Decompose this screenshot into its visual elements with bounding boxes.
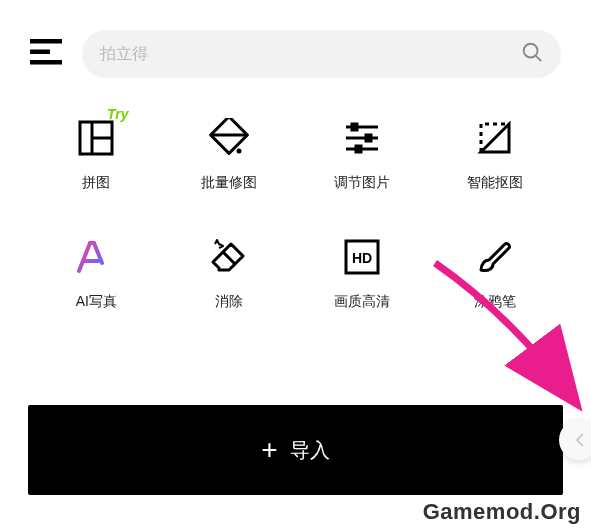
floating-side-button[interactable] — [559, 420, 591, 460]
eraser-icon — [209, 237, 249, 277]
svg-line-4 — [536, 56, 541, 61]
svg-rect-12 — [352, 124, 357, 130]
import-button[interactable]: + 导入 — [28, 405, 563, 495]
hd-icon: HD — [342, 237, 382, 277]
tile-label: 批量修图 — [201, 174, 257, 192]
tile-label: AI写真 — [76, 293, 117, 311]
tile-hd[interactable]: HD 画质高清 — [296, 237, 429, 311]
tile-label: 拼图 — [82, 174, 110, 192]
svg-rect-16 — [356, 146, 361, 152]
tile-label: 画质高清 — [334, 293, 390, 311]
tile-adjust[interactable]: 调节图片 — [296, 118, 429, 192]
tile-label: 消除 — [215, 293, 243, 311]
batch-edit-icon — [209, 118, 249, 158]
tile-brush[interactable]: 涂鸦笔 — [428, 237, 561, 311]
feature-grid: Try 拼图 批量修图 调节图片 — [0, 98, 591, 311]
tile-label: 调节图片 — [334, 174, 390, 192]
try-badge: Try — [107, 106, 129, 122]
import-label: 导入 — [290, 437, 330, 464]
svg-line-18 — [223, 252, 235, 264]
sliders-icon — [342, 118, 382, 158]
tile-collage[interactable]: Try 拼图 — [30, 118, 163, 192]
tile-batch-edit[interactable]: 批量修图 — [163, 118, 296, 192]
svg-point-10 — [237, 149, 242, 154]
hamburger-icon — [30, 39, 62, 65]
collage-icon — [76, 118, 116, 158]
svg-rect-0 — [30, 39, 62, 44]
svg-rect-14 — [366, 135, 371, 141]
tile-label: 智能抠图 — [467, 174, 523, 192]
svg-text:HD: HD — [352, 250, 372, 266]
plus-icon: + — [261, 434, 277, 466]
svg-rect-2 — [30, 60, 62, 65]
tile-label: 涂鸦笔 — [474, 293, 516, 311]
watermark-text: Gamemod.Org — [423, 499, 581, 525]
tile-cutout[interactable]: 智能抠图 — [428, 118, 561, 192]
chevron-left-icon — [573, 432, 585, 448]
tile-ai-portrait[interactable]: AI写真 — [30, 237, 163, 311]
cutout-icon — [475, 118, 515, 158]
search-input[interactable] — [100, 45, 509, 63]
svg-point-3 — [524, 44, 538, 58]
ai-icon — [76, 237, 116, 277]
search-icon[interactable] — [521, 41, 543, 67]
svg-rect-1 — [30, 50, 50, 55]
search-bar[interactable] — [82, 30, 561, 78]
tile-erase[interactable]: 消除 — [163, 237, 296, 311]
brush-icon — [475, 237, 515, 277]
hamburger-menu-button[interactable] — [30, 39, 62, 69]
